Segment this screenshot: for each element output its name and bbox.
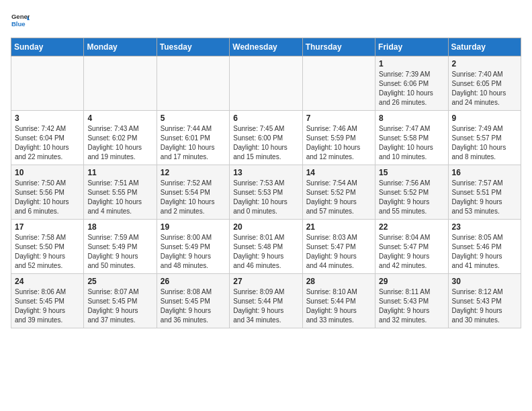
cell-info: Sunrise: 7:43 AM Sunset: 6:02 PM Dayligh…	[87, 124, 152, 162]
calendar-cell: 17Sunrise: 7:58 AM Sunset: 5:50 PM Dayli…	[11, 220, 84, 274]
calendar-cell: 27Sunrise: 8:09 AM Sunset: 5:44 PM Dayli…	[230, 274, 302, 328]
day-number: 24	[15, 277, 80, 286]
calendar-cell	[302, 56, 375, 111]
day-number: 22	[379, 222, 444, 232]
day-number: 17	[15, 222, 80, 232]
cell-info: Sunrise: 7:46 AM Sunset: 5:59 PM Dayligh…	[306, 124, 371, 162]
cell-info: Sunrise: 8:06 AM Sunset: 5:45 PM Dayligh…	[15, 287, 80, 325]
cell-info: Sunrise: 7:47 AM Sunset: 5:58 PM Dayligh…	[379, 124, 444, 162]
day-number: 28	[306, 277, 371, 286]
calendar-cell: 5Sunrise: 7:44 AM Sunset: 6:01 PM Daylig…	[157, 111, 229, 165]
cell-info: Sunrise: 7:58 AM Sunset: 5:50 PM Dayligh…	[15, 233, 80, 271]
calendar-cell	[11, 56, 84, 111]
cell-info: Sunrise: 8:12 AM Sunset: 5:43 PM Dayligh…	[452, 287, 517, 325]
day-number: 16	[452, 168, 517, 177]
day-number: 6	[233, 113, 298, 123]
calendar-cell: 2Sunrise: 7:40 AM Sunset: 6:05 PM Daylig…	[448, 56, 521, 111]
cell-info: Sunrise: 7:40 AM Sunset: 6:05 PM Dayligh…	[452, 70, 517, 107]
day-number: 5	[161, 113, 226, 123]
cell-info: Sunrise: 8:11 AM Sunset: 5:43 PM Dayligh…	[379, 287, 444, 325]
day-number: 4	[87, 113, 152, 123]
logo-icon: General Blue	[11, 11, 30, 30]
weekday-header-monday: Monday	[84, 38, 157, 56]
day-number: 23	[452, 222, 517, 232]
day-number: 12	[161, 168, 226, 177]
weekday-header-tuesday: Tuesday	[157, 38, 229, 56]
calendar-cell: 20Sunrise: 8:01 AM Sunset: 5:48 PM Dayli…	[230, 220, 302, 274]
cell-info: Sunrise: 7:45 AM Sunset: 6:00 PM Dayligh…	[233, 124, 298, 162]
calendar-cell: 22Sunrise: 8:04 AM Sunset: 5:47 PM Dayli…	[375, 220, 448, 274]
calendar-cell	[84, 56, 157, 111]
calendar-cell: 6Sunrise: 7:45 AM Sunset: 6:00 PM Daylig…	[230, 111, 302, 165]
day-number: 11	[87, 168, 152, 177]
cell-info: Sunrise: 8:10 AM Sunset: 5:44 PM Dayligh…	[306, 287, 371, 325]
cell-info: Sunrise: 7:57 AM Sunset: 5:51 PM Dayligh…	[452, 179, 517, 216]
calendar-cell: 3Sunrise: 7:42 AM Sunset: 6:04 PM Daylig…	[11, 111, 84, 165]
calendar-cell: 24Sunrise: 8:06 AM Sunset: 5:45 PM Dayli…	[11, 274, 84, 328]
cell-info: Sunrise: 7:59 AM Sunset: 5:49 PM Dayligh…	[87, 233, 152, 271]
cell-info: Sunrise: 8:08 AM Sunset: 5:45 PM Dayligh…	[161, 287, 226, 325]
day-number: 20	[233, 222, 298, 232]
cell-info: Sunrise: 7:49 AM Sunset: 5:57 PM Dayligh…	[452, 124, 517, 162]
day-number: 13	[233, 168, 298, 177]
cell-info: Sunrise: 8:00 AM Sunset: 5:49 PM Dayligh…	[161, 233, 226, 271]
calendar-cell: 21Sunrise: 8:03 AM Sunset: 5:47 PM Dayli…	[302, 220, 375, 274]
weekday-header-row: SundayMondayTuesdayWednesdayThursdayFrid…	[11, 38, 521, 56]
calendar-cell: 11Sunrise: 7:51 AM Sunset: 5:55 PM Dayli…	[84, 165, 157, 220]
day-number: 3	[15, 113, 80, 123]
logo: General Blue	[11, 11, 32, 30]
calendar-week-row: 3Sunrise: 7:42 AM Sunset: 6:04 PM Daylig…	[11, 111, 521, 165]
day-number: 26	[161, 277, 226, 286]
calendar-cell: 10Sunrise: 7:50 AM Sunset: 5:56 PM Dayli…	[11, 165, 84, 220]
calendar-cell: 4Sunrise: 7:43 AM Sunset: 6:02 PM Daylig…	[84, 111, 157, 165]
calendar-week-row: 1Sunrise: 7:39 AM Sunset: 6:06 PM Daylig…	[11, 56, 521, 111]
calendar-cell	[157, 56, 229, 111]
calendar-cell: 9Sunrise: 7:49 AM Sunset: 5:57 PM Daylig…	[448, 111, 521, 165]
calendar-cell: 13Sunrise: 7:53 AM Sunset: 5:53 PM Dayli…	[230, 165, 302, 220]
weekday-header-thursday: Thursday	[302, 38, 375, 56]
day-number: 9	[452, 113, 517, 123]
calendar-cell	[230, 56, 302, 111]
day-number: 30	[452, 277, 517, 286]
calendar-cell: 28Sunrise: 8:10 AM Sunset: 5:44 PM Dayli…	[302, 274, 375, 328]
cell-info: Sunrise: 7:42 AM Sunset: 6:04 PM Dayligh…	[15, 124, 80, 162]
calendar-week-row: 24Sunrise: 8:06 AM Sunset: 5:45 PM Dayli…	[11, 274, 521, 328]
cell-info: Sunrise: 8:05 AM Sunset: 5:46 PM Dayligh…	[452, 233, 517, 271]
day-number: 1	[379, 59, 444, 68]
svg-text:Blue: Blue	[11, 20, 26, 28]
cell-info: Sunrise: 8:07 AM Sunset: 5:45 PM Dayligh…	[87, 287, 152, 325]
day-number: 7	[306, 113, 371, 123]
calendar-cell: 23Sunrise: 8:05 AM Sunset: 5:46 PM Dayli…	[448, 220, 521, 274]
calendar-cell: 16Sunrise: 7:57 AM Sunset: 5:51 PM Dayli…	[448, 165, 521, 220]
weekday-header-sunday: Sunday	[11, 38, 84, 56]
cell-info: Sunrise: 7:56 AM Sunset: 5:52 PM Dayligh…	[379, 179, 444, 216]
day-number: 25	[87, 277, 152, 286]
cell-info: Sunrise: 8:09 AM Sunset: 5:44 PM Dayligh…	[233, 287, 298, 325]
calendar-cell: 19Sunrise: 8:00 AM Sunset: 5:49 PM Dayli…	[157, 220, 229, 274]
calendar-cell: 25Sunrise: 8:07 AM Sunset: 5:45 PM Dayli…	[84, 274, 157, 328]
day-number: 15	[379, 168, 444, 177]
calendar-cell: 18Sunrise: 7:59 AM Sunset: 5:49 PM Dayli…	[84, 220, 157, 274]
day-number: 29	[379, 277, 444, 286]
calendar-cell: 1Sunrise: 7:39 AM Sunset: 6:06 PM Daylig…	[375, 56, 448, 111]
weekday-header-friday: Friday	[375, 38, 448, 56]
cell-info: Sunrise: 7:51 AM Sunset: 5:55 PM Dayligh…	[87, 179, 152, 216]
day-number: 2	[452, 59, 517, 68]
cell-info: Sunrise: 8:04 AM Sunset: 5:47 PM Dayligh…	[379, 233, 444, 271]
day-number: 18	[87, 222, 152, 232]
calendar-week-row: 17Sunrise: 7:58 AM Sunset: 5:50 PM Dayli…	[11, 220, 521, 274]
cell-info: Sunrise: 8:01 AM Sunset: 5:48 PM Dayligh…	[233, 233, 298, 271]
cell-info: Sunrise: 7:50 AM Sunset: 5:56 PM Dayligh…	[15, 179, 80, 216]
cell-info: Sunrise: 7:39 AM Sunset: 6:06 PM Dayligh…	[379, 70, 444, 107]
calendar-table: SundayMondayTuesdayWednesdayThursdayFrid…	[11, 38, 521, 328]
svg-text:General: General	[11, 13, 30, 20]
calendar-week-row: 10Sunrise: 7:50 AM Sunset: 5:56 PM Dayli…	[11, 165, 521, 220]
cell-info: Sunrise: 7:52 AM Sunset: 5:54 PM Dayligh…	[161, 179, 226, 216]
calendar-cell: 7Sunrise: 7:46 AM Sunset: 5:59 PM Daylig…	[302, 111, 375, 165]
day-number: 8	[379, 113, 444, 123]
calendar-cell: 29Sunrise: 8:11 AM Sunset: 5:43 PM Dayli…	[375, 274, 448, 328]
calendar-cell: 15Sunrise: 7:56 AM Sunset: 5:52 PM Dayli…	[375, 165, 448, 220]
calendar-cell: 8Sunrise: 7:47 AM Sunset: 5:58 PM Daylig…	[375, 111, 448, 165]
day-number: 21	[306, 222, 371, 232]
calendar-cell: 12Sunrise: 7:52 AM Sunset: 5:54 PM Dayli…	[157, 165, 229, 220]
